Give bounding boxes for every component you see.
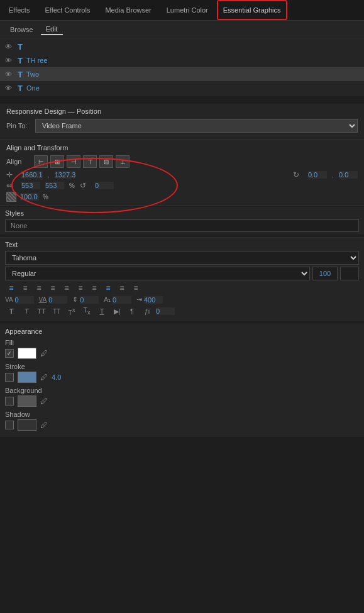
background-color-swatch[interactable] <box>18 395 36 407</box>
align-justify-left-btn[interactable]: ≡ <box>47 282 59 294</box>
kerning-value[interactable]: 0 <box>15 296 34 304</box>
align-center-h-btn[interactable]: ⊞ <box>50 155 64 168</box>
text-style-row: T T TT TT Tx Tx T ▶| ¶ ƒi 0 <box>5 306 359 317</box>
scale-rotate-icon: ↺ <box>80 181 90 190</box>
stroke-color-swatch[interactable] <box>18 372 36 383</box>
size-slider[interactable] <box>340 267 359 280</box>
tsume-value[interactable]: 0 <box>113 296 131 304</box>
subscript-btn[interactable]: Tx <box>80 306 93 317</box>
position-icon: ✛ <box>6 170 16 179</box>
fill-color-swatch[interactable] <box>18 348 36 359</box>
ligature-btn[interactable]: ƒi <box>141 306 153 317</box>
text-align-row: ≡ ≡ ≡ ≡ ≡ ≡ ≡ ≡ ≡ ≡ <box>5 282 359 294</box>
align-center-v-btn[interactable]: ⊟ <box>99 155 113 168</box>
fill-eyedropper[interactable]: 🖊 <box>40 349 48 358</box>
align-top-btn[interactable]: ⊤ <box>83 155 97 168</box>
background-row: 🖊 <box>5 395 359 407</box>
font-size-field[interactable] <box>312 267 338 280</box>
align-bottom-btn[interactable]: ⊥ <box>116 155 130 168</box>
align-center-text-btn[interactable]: ≡ <box>19 282 31 294</box>
tsume-icon: A₁ <box>104 296 111 303</box>
layer-row[interactable]: 👁 T Two <box>0 67 364 81</box>
appearance-section: Appearance Fill 🖊 Stroke 🖊 4.0 Backgroun… <box>0 324 364 437</box>
font-select[interactable]: Tahoma <box>5 251 359 265</box>
bold-btn[interactable]: T <box>5 306 18 317</box>
play-btn[interactable]: ▶| <box>111 306 123 317</box>
tab-effects[interactable]: Effects <box>1 0 37 20</box>
pin-to-select[interactable]: Video Frame <box>35 119 358 133</box>
background-eyedropper[interactable]: 🖊 <box>40 397 48 406</box>
sub-tab-edit[interactable]: Edit <box>41 24 63 35</box>
fill-checkbox[interactable] <box>5 349 14 358</box>
align-vertical-center-btn[interactable]: ≡ <box>116 282 128 294</box>
align-vertical-bottom-btn[interactable]: ≡ <box>130 282 142 294</box>
tab-bar: Effects Effect Controls Media Browser Lu… <box>0 0 364 21</box>
opacity-value[interactable]: 100.0 <box>20 193 39 201</box>
layer-row[interactable]: 👁 T One <box>0 81 364 95</box>
stroke-checkbox[interactable] <box>5 373 14 382</box>
layer-name: Two <box>26 70 39 78</box>
scale-rotation-val[interactable]: 0 <box>95 182 114 189</box>
pin-to-label: Pin To: <box>6 122 31 130</box>
visibility-icon[interactable]: 👁 <box>5 84 14 92</box>
stroke-value[interactable]: 4.0 <box>52 373 61 381</box>
shadow-label: Shadow <box>5 411 359 418</box>
visibility-icon[interactable]: 👁 <box>5 43 14 50</box>
align-right-text-btn[interactable]: ≡ <box>33 282 45 294</box>
leading-value[interactable]: 0 <box>80 296 99 304</box>
layer-row[interactable]: 👁 T TH ree <box>0 53 364 67</box>
visibility-icon[interactable]: 👁 <box>5 70 14 78</box>
stroke-eyedropper[interactable]: 🖊 <box>40 373 48 382</box>
layer-type-icon: T <box>18 56 23 65</box>
rotation-r2[interactable]: 0.0 <box>339 171 358 179</box>
align-left-btn[interactable]: ⊢ <box>34 155 48 168</box>
text-title: Text <box>5 241 359 248</box>
superscript-btn[interactable]: Tx <box>65 306 78 317</box>
align-right-btn[interactable]: ⊣ <box>67 155 80 168</box>
sub-tab-browse[interactable]: Browse <box>5 25 38 35</box>
styles-dropdown[interactable]: None <box>5 219 359 232</box>
tracking-icon: VA <box>39 296 47 303</box>
scale-h[interactable]: 553 <box>45 182 64 189</box>
tab-effect-controls[interactable]: Effect Controls <box>37 0 97 20</box>
rotation-r1[interactable]: 0.0 <box>308 171 327 179</box>
shadow-checkbox[interactable] <box>5 421 14 429</box>
background-checkbox[interactable] <box>5 397 14 406</box>
shadow-eyedropper[interactable]: 🖊 <box>40 421 48 429</box>
responsive-design-section: Responsive Design — Position Pin To: Vid… <box>0 104 364 139</box>
tracking-value[interactable]: 0 <box>48 296 67 304</box>
align-justify-right-btn[interactable]: ≡ <box>74 282 87 294</box>
font-style-row: Regular <box>5 267 359 280</box>
tab-icon: ⇥ <box>136 295 142 304</box>
scale-w[interactable]: 553 <box>21 182 40 189</box>
layer-name: TH ree <box>26 57 48 64</box>
underline-btn[interactable]: T <box>96 306 108 317</box>
position-x[interactable]: 1660.1 <box>21 171 43 179</box>
font-style-select[interactable]: Regular <box>5 267 310 280</box>
align-justify-full-btn[interactable]: ≡ <box>88 282 101 294</box>
tab-lumetri-color[interactable]: Lumetri Color <box>159 0 216 20</box>
small-caps-btn[interactable]: TT <box>50 306 63 317</box>
tab-media-browser[interactable]: Media Browser <box>97 0 158 20</box>
paragraph-btn[interactable]: ¶ <box>126 306 138 317</box>
all-caps-btn[interactable]: TT <box>35 306 48 317</box>
fill-row: 🖊 <box>5 348 359 359</box>
layer-row[interactable]: 👁 T <box>0 40 364 53</box>
text-spacing-row1: VA 0 VA 0 ⇕ 0 A₁ 0 ⇥ 400 <box>5 295 359 304</box>
italic-btn[interactable]: T <box>20 306 33 317</box>
position-row: ✛ 1660.1 , 1327.3 ↻ 0.0 , 0.0 <box>6 170 358 179</box>
scale-pct: % <box>69 182 75 189</box>
visibility-icon[interactable]: 👁 <box>5 57 14 64</box>
shadow-color-swatch[interactable] <box>18 419 36 431</box>
stroke-label: Stroke <box>5 363 359 370</box>
tab-essential-graphics[interactable]: Essential Graphics <box>217 0 287 20</box>
position-y[interactable]: 1327.3 <box>55 171 76 179</box>
ligature-value[interactable]: 0 <box>156 307 175 315</box>
tab-value[interactable]: 400 <box>144 296 163 304</box>
text-section: Text Tahoma Regular ≡ ≡ ≡ ≡ ≡ ≡ ≡ ≡ ≡ ≡ <box>0 238 364 321</box>
leading-icon: ⇕ <box>72 295 78 304</box>
align-left-text-btn[interactable]: ≡ <box>5 282 18 294</box>
align-vertical-top-btn[interactable]: ≡ <box>102 282 114 294</box>
font-row: Tahoma <box>5 251 359 265</box>
align-justify-center-btn[interactable]: ≡ <box>60 282 73 294</box>
